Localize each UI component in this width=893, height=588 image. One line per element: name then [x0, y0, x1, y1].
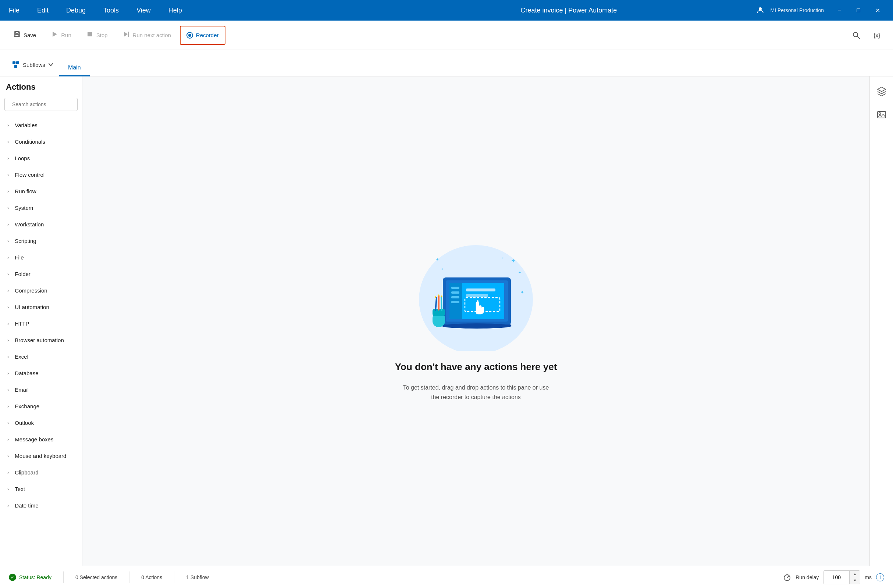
run-button[interactable]: Run — [45, 26, 77, 45]
spinner-up-button[interactable]: ▲ — [849, 571, 860, 578]
sidebar-item-label: Outlook — [15, 420, 34, 426]
stop-icon — [86, 30, 93, 40]
sidebar-item-label: Folder — [15, 271, 30, 277]
sidebar-item-workstation[interactable]: › Workstation — [0, 216, 82, 232]
maximize-button[interactable]: □ — [849, 0, 868, 21]
svg-rect-31 — [451, 301, 459, 303]
timer-icon — [783, 573, 791, 581]
sidebar-item-email[interactable]: › Email — [0, 381, 82, 398]
canvas-area: ✦ ✦ ✦ ✦ ✦ ✦ — [83, 76, 869, 566]
sidebar-item-datetime[interactable]: › Date time — [0, 497, 82, 514]
run-delay-input[interactable] — [824, 571, 849, 584]
svg-text:✦: ✦ — [520, 289, 525, 295]
sidebar-item-exchange[interactable]: › Exchange — [0, 398, 82, 414]
sidebar-item-loops[interactable]: › Loops — [0, 150, 82, 166]
svg-line-9 — [857, 36, 860, 39]
sidebar-item-label: Date time — [15, 502, 38, 508]
sidebar-item-clipboard[interactable]: › Clipboard — [0, 464, 82, 481]
sidebar-item-outlook[interactable]: › Outlook — [0, 414, 82, 431]
svg-text:✦: ✦ — [441, 267, 443, 271]
toolbar: Save Run Stop Run next action R — [0, 21, 893, 50]
status-separator — [63, 572, 64, 583]
sidebar-item-system[interactable]: › System — [0, 200, 82, 216]
layers-button[interactable] — [873, 82, 890, 100]
sidebar-item-label: Variables — [15, 122, 37, 128]
sidebar-item-scripting[interactable]: › Scripting — [0, 232, 82, 249]
sidebar-header: Actions — [0, 76, 82, 98]
window-title: Create invoice | Power Automate — [381, 7, 756, 14]
user-name: MI Personal Production — [770, 8, 824, 13]
search-button[interactable] — [847, 27, 865, 44]
svg-marker-6 — [124, 32, 128, 37]
layers-icon — [877, 86, 886, 96]
tab-main[interactable]: Main — [59, 60, 90, 76]
sidebar-item-flow-control[interactable]: › Flow control — [0, 166, 82, 183]
info-icon[interactable]: i — [876, 573, 884, 581]
svg-rect-29 — [451, 291, 459, 294]
chevron-icon: › — [8, 122, 9, 128]
run-next-button[interactable]: Run next action — [117, 26, 177, 45]
svg-marker-4 — [53, 32, 57, 37]
titlebar: File Edit Debug Tools View Help Create i… — [0, 0, 893, 21]
menu-tools[interactable]: Tools — [101, 5, 122, 16]
run-delay-spinners: ▲ ▼ — [849, 571, 860, 584]
stop-button[interactable]: Stop — [80, 26, 114, 45]
main-layout: Actions › Variables › Conditionals › Loo… — [0, 76, 893, 566]
chevron-icon: › — [8, 436, 9, 442]
subflows-icon — [12, 61, 20, 69]
sidebar-item-file[interactable]: › File — [0, 249, 82, 266]
svg-rect-13 — [14, 65, 17, 68]
sidebar-item-conditionals[interactable]: › Conditionals — [0, 134, 82, 150]
sidebar-item-variables[interactable]: › Variables — [0, 117, 82, 134]
status-label: Status: Ready — [19, 574, 51, 580]
sidebar-item-message-boxes[interactable]: › Message boxes — [0, 431, 82, 448]
sidebar-item-mouse-keyboard[interactable]: › Mouse and keyboard — [0, 448, 82, 464]
sidebar-item-text[interactable]: › Text — [0, 481, 82, 497]
recorder-button[interactable]: Recorder — [180, 26, 226, 45]
sidebar-item-compression[interactable]: › Compression — [0, 282, 82, 299]
chevron-icon: › — [8, 470, 9, 475]
sidebar-item-excel[interactable]: › Excel — [0, 348, 82, 365]
search-input[interactable] — [12, 101, 77, 107]
tabbar: Subflows Main — [0, 50, 893, 76]
image-icon — [877, 110, 886, 119]
sidebar-item-run-flow[interactable]: › Run flow — [0, 183, 82, 200]
save-button[interactable]: Save — [8, 26, 42, 45]
status-separator-2 — [129, 572, 129, 583]
sidebar-item-label: UI automation — [15, 304, 49, 310]
spinner-down-button[interactable]: ▼ — [849, 578, 860, 584]
status-dot: ✓ — [9, 574, 16, 581]
sidebar-item-label: Compression — [15, 287, 47, 294]
sidebar-item-ui-automation[interactable]: › UI automation — [0, 299, 82, 315]
sidebar-item-http[interactable]: › HTTP — [0, 315, 82, 332]
svg-rect-7 — [128, 32, 129, 37]
search-box[interactable] — [5, 98, 78, 111]
menu-edit[interactable]: Edit — [34, 5, 51, 16]
sidebar-item-label: Flow control — [15, 172, 45, 178]
variables-button[interactable]: {x} — [868, 27, 885, 44]
chevron-icon: › — [8, 486, 9, 492]
minimize-button[interactable]: − — [830, 0, 849, 21]
svg-line-51 — [787, 576, 789, 578]
account-icon — [756, 6, 764, 14]
svg-rect-32 — [466, 288, 495, 291]
close-button[interactable]: ✕ — [868, 0, 887, 21]
sidebar-item-label: Workstation — [15, 221, 44, 228]
sidebar-item-folder[interactable]: › Folder — [0, 266, 82, 282]
menu-file[interactable]: File — [6, 5, 23, 16]
subflows-button[interactable]: Subflows — [6, 56, 59, 73]
svg-marker-46 — [878, 87, 885, 92]
image-button[interactable] — [873, 106, 890, 123]
menu-view[interactable]: View — [134, 5, 154, 16]
svg-text:✦: ✦ — [518, 270, 521, 274]
sidebar-item-browser-automation[interactable]: › Browser automation — [0, 332, 82, 348]
menu-debug[interactable]: Debug — [63, 5, 89, 16]
svg-rect-47 — [878, 111, 885, 118]
svg-text:✦: ✦ — [502, 256, 504, 260]
selected-actions-count: 0 Selected actions — [75, 574, 117, 580]
svg-line-42 — [441, 297, 442, 310]
menu-help[interactable]: Help — [165, 5, 185, 16]
run-delay-input-wrap: ▲ ▼ — [823, 570, 860, 584]
chevron-icon: › — [8, 338, 9, 343]
sidebar-item-database[interactable]: › Database — [0, 365, 82, 381]
